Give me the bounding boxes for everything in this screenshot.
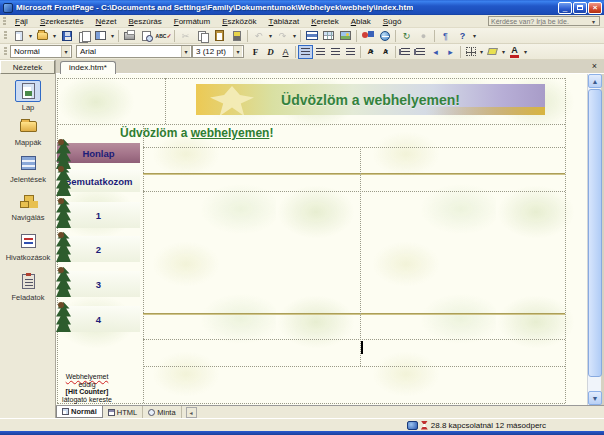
highlight-button[interactable]: [485, 45, 500, 59]
format-painter-button[interactable]: [228, 29, 245, 43]
new-page-dropdown[interactable]: ▾: [27, 29, 34, 43]
paste-button[interactable]: [211, 29, 228, 43]
nav-button-2[interactable]: 2: [57, 236, 140, 262]
nav-button-bemutatkozom[interactable]: Bemutatkozom: [57, 170, 140, 192]
menu-table[interactable]: Táblázat: [262, 16, 305, 27]
show-all-button[interactable]: ¶: [437, 29, 454, 43]
align-center-button[interactable]: [313, 45, 328, 59]
preview-button[interactable]: [138, 29, 155, 43]
undo-button[interactable]: ↶: [250, 29, 267, 43]
open-dropdown[interactable]: ▾: [51, 29, 58, 43]
view-item-page[interactable]: Lap: [0, 80, 56, 112]
save-button[interactable]: [58, 29, 75, 43]
tab-minta[interactable]: Minta: [143, 406, 181, 418]
refresh-button[interactable]: ↻: [398, 29, 415, 43]
maximize-button[interactable]: [573, 2, 587, 14]
decrease-font-button[interactable]: A▼: [378, 45, 393, 59]
horizontal-scroll-left-button[interactable]: ◂: [186, 407, 197, 418]
stop-button[interactable]: ●: [415, 29, 432, 43]
borders-button[interactable]: [463, 45, 478, 59]
view-item-navigation[interactable]: Navigálás: [0, 190, 56, 222]
document-close-icon[interactable]: ×: [589, 61, 600, 72]
nav-button-honlap[interactable]: Honlap: [57, 143, 140, 163]
increase-font-button[interactable]: A▲: [363, 45, 378, 59]
chevron-down-icon[interactable]: ▾: [181, 46, 190, 57]
menu-format[interactable]: Formátum: [168, 16, 216, 27]
spelling-button[interactable]: ABC✓: [155, 29, 172, 43]
menu-edit[interactable]: Szerkesztés: [34, 16, 90, 27]
numbered-list-button[interactable]: [398, 45, 413, 59]
hit-counter-block[interactable]: Webhelyemet eddig [Hit Counter] látogató…: [58, 373, 116, 403]
menu-grip[interactable]: [3, 17, 6, 26]
page-banner[interactable]: Üdvözlöm a webhelyemen!: [196, 84, 545, 115]
copy-button[interactable]: [194, 29, 211, 43]
nav-button-4[interactable]: 4: [57, 306, 140, 332]
menu-window[interactable]: Ablak: [345, 16, 377, 27]
hyperlink-button[interactable]: [376, 29, 393, 43]
document-tab[interactable]: index.htm*: [60, 61, 116, 74]
style-combo[interactable]: Normál ▾: [10, 45, 72, 58]
close-button[interactable]: ×: [588, 2, 602, 14]
font-color-button[interactable]: A: [507, 45, 522, 59]
undo-dropdown[interactable]: ▾: [267, 29, 274, 43]
nav-button-1[interactable]: 1: [57, 202, 140, 228]
toolbar-grip[interactable]: [4, 31, 7, 40]
help-button[interactable]: ?: [454, 29, 471, 43]
vertical-scrollbar[interactable]: ▲ ▼: [587, 74, 601, 405]
new-page-button[interactable]: [10, 29, 27, 43]
open-button[interactable]: [34, 29, 51, 43]
tab-html[interactable]: HTML: [103, 406, 143, 418]
font-size-combo[interactable]: 3 (12 pt) ▾: [192, 45, 244, 58]
insert-table-button[interactable]: [320, 29, 337, 43]
menu-frames[interactable]: Keretek: [305, 16, 345, 27]
borders-dropdown[interactable]: ▾: [478, 45, 485, 59]
bullet-list-button[interactable]: [413, 45, 428, 59]
toggle-pane-dropdown[interactable]: ▾: [109, 29, 116, 43]
menu-tools[interactable]: Eszközök: [216, 16, 262, 27]
heading-link[interactable]: webhelyemen: [191, 126, 270, 140]
print-button[interactable]: [121, 29, 138, 43]
underline-button[interactable]: A: [278, 45, 293, 59]
align-left-button[interactable]: [298, 45, 313, 59]
menu-insert[interactable]: Beszúrás: [122, 16, 167, 27]
scroll-down-button[interactable]: ▼: [588, 391, 602, 405]
question-input[interactable]: [489, 18, 589, 25]
cut-button[interactable]: ✂: [177, 29, 194, 43]
justify-button[interactable]: [343, 45, 358, 59]
toolbar-grip[interactable]: [4, 47, 7, 56]
view-item-reports[interactable]: Jelentések: [0, 152, 56, 184]
menu-help[interactable]: Súgó: [377, 16, 408, 27]
view-item-folders[interactable]: Mappák: [0, 115, 56, 147]
outdent-button[interactable]: ◂: [428, 45, 443, 59]
font-combo[interactable]: Arial ▾: [76, 45, 192, 58]
question-box[interactable]: ▾: [488, 16, 600, 26]
scrollbar-thumb[interactable]: [588, 89, 602, 377]
toolbar-options-dropdown[interactable]: ▾: [471, 29, 478, 43]
view-item-tasks[interactable]: Feladatok: [0, 270, 56, 302]
chevron-down-icon[interactable]: ▾: [61, 46, 70, 57]
view-item-hyperlinks[interactable]: Hivatkozások: [0, 230, 56, 262]
menu-view[interactable]: Nézet: [89, 16, 122, 27]
font-color-dropdown[interactable]: ▾: [522, 45, 529, 59]
minimize-button[interactable]: _: [558, 2, 572, 14]
insert-picture-button[interactable]: [337, 29, 354, 43]
tab-normal[interactable]: Normál: [56, 406, 103, 418]
chevron-down-icon[interactable]: ▾: [233, 46, 242, 57]
nav-button-3[interactable]: 3: [57, 271, 140, 297]
menu-file[interactable]: Fájl: [9, 16, 34, 27]
italic-button[interactable]: D: [263, 45, 278, 59]
redo-button[interactable]: ↷: [274, 29, 291, 43]
indent-button[interactable]: ▸: [443, 45, 458, 59]
toggle-pane-button[interactable]: [92, 29, 109, 43]
chevron-down-icon[interactable]: ▾: [589, 17, 598, 26]
drawing-button[interactable]: [359, 29, 376, 43]
redo-dropdown[interactable]: ▾: [291, 29, 298, 43]
scroll-up-button[interactable]: ▲: [588, 74, 602, 88]
bold-button[interactable]: F: [248, 45, 263, 59]
publish-web-button[interactable]: [75, 29, 92, 43]
page-canvas[interactable]: Üdvözlöm a webhelyemen! Üdvözlöm a webhe…: [56, 74, 587, 405]
highlight-dropdown[interactable]: ▾: [500, 45, 507, 59]
align-right-button[interactable]: [328, 45, 343, 59]
web-component-button[interactable]: [303, 29, 320, 43]
page-heading[interactable]: Üdvözlöm a webhelyemen!: [120, 126, 273, 140]
